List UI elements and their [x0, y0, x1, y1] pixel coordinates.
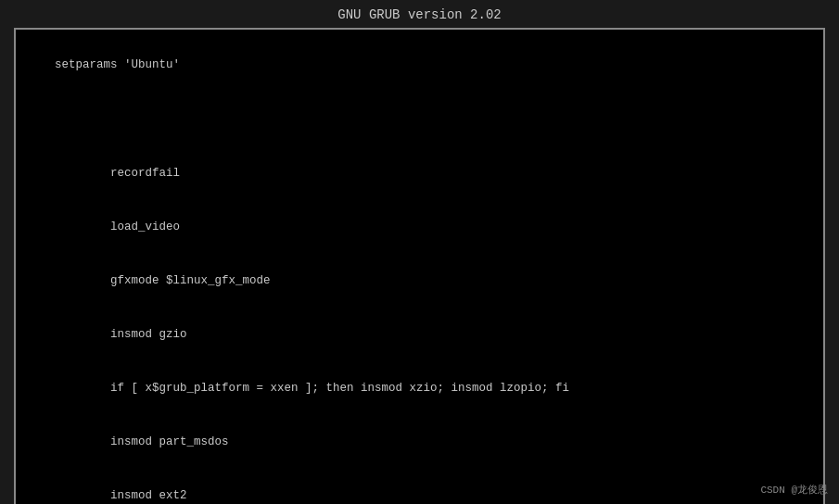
code-block: setparams 'Ubuntu' recordfail load_video… — [27, 39, 812, 504]
title-text: GNU GRUB version 2.02 — [337, 7, 501, 22]
code-line-5: gfxmode $linux_gfx_mode — [55, 274, 271, 287]
code-line-6: insmod gzio — [55, 328, 187, 341]
code-line-7: if [ x$grub_platform = xxen ]; then insm… — [55, 382, 569, 395]
code-line-8: insmod part_msdos — [55, 435, 229, 448]
code-line-3: recordfail — [55, 167, 180, 180]
code-line-4: load_video — [55, 220, 180, 233]
main-terminal-area: setparams 'Ubuntu' recordfail load_video… — [14, 28, 825, 504]
code-line-9: insmod ext2 — [55, 489, 187, 502]
watermark: CSDN @龙俊恩 — [760, 483, 828, 497]
code-line-1: setparams 'Ubuntu' — [55, 58, 180, 71]
title-bar: GNU GRUB version 2.02 — [0, 0, 839, 28]
